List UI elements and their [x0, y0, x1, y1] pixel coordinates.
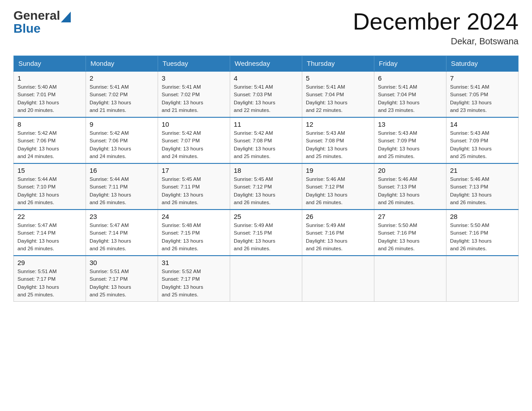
calendar-cell: 13Sunrise: 5:43 AMSunset: 7:09 PMDayligh…	[374, 117, 446, 163]
calendar-cell: 30Sunrise: 5:51 AMSunset: 7:17 PMDayligh…	[86, 256, 158, 302]
week-row-1: 1Sunrise: 5:40 AMSunset: 7:01 PMDaylight…	[14, 71, 519, 117]
calendar-cell: 10Sunrise: 5:42 AMSunset: 7:07 PMDayligh…	[158, 117, 230, 163]
day-number: 25	[234, 213, 298, 220]
column-header-sunday: Sunday	[14, 56, 86, 72]
day-info: Sunrise: 5:41 AMSunset: 7:04 PMDaylight:…	[378, 83, 442, 114]
calendar-cell: 24Sunrise: 5:48 AMSunset: 7:15 PMDayligh…	[158, 210, 230, 256]
calendar-cell: 16Sunrise: 5:44 AMSunset: 7:11 PMDayligh…	[86, 163, 158, 210]
day-number: 14	[450, 120, 515, 128]
day-number: 31	[162, 259, 226, 266]
week-row-2: 8Sunrise: 5:42 AMSunset: 7:06 PMDaylight…	[14, 117, 519, 163]
day-info: Sunrise: 5:45 AMSunset: 7:11 PMDaylight:…	[162, 176, 226, 206]
day-number: 5	[306, 74, 370, 82]
week-row-3: 15Sunrise: 5:44 AMSunset: 7:10 PMDayligh…	[14, 163, 519, 210]
week-row-4: 22Sunrise: 5:47 AMSunset: 7:14 PMDayligh…	[14, 210, 519, 256]
day-number: 4	[234, 74, 298, 82]
day-info: Sunrise: 5:41 AMSunset: 7:03 PMDaylight:…	[234, 83, 298, 114]
day-number: 24	[162, 213, 226, 220]
location-label: Dekar, Botswana	[353, 36, 519, 47]
calendar-cell: 7Sunrise: 5:41 AMSunset: 7:05 PMDaylight…	[446, 71, 519, 117]
day-number: 15	[17, 167, 82, 174]
calendar-cell: 3Sunrise: 5:41 AMSunset: 7:02 PMDaylight…	[158, 71, 230, 117]
calendar-cell: 18Sunrise: 5:45 AMSunset: 7:12 PMDayligh…	[230, 163, 302, 210]
day-info: Sunrise: 5:40 AMSunset: 7:01 PMDaylight:…	[17, 83, 82, 114]
column-header-monday: Monday	[86, 56, 158, 72]
calendar-cell: 9Sunrise: 5:42 AMSunset: 7:06 PMDaylight…	[86, 117, 158, 163]
title-section: December 2024 Dekar, Botswana	[353, 9, 519, 47]
day-info: Sunrise: 5:45 AMSunset: 7:12 PMDaylight:…	[234, 176, 298, 206]
calendar-cell: 5Sunrise: 5:41 AMSunset: 7:04 PMDaylight…	[302, 71, 374, 117]
day-info: Sunrise: 5:42 AMSunset: 7:07 PMDaylight:…	[162, 129, 226, 160]
day-number: 17	[162, 167, 226, 174]
day-number: 8	[17, 120, 82, 128]
day-info: Sunrise: 5:41 AMSunset: 7:02 PMDaylight:…	[162, 83, 226, 114]
calendar-cell: 19Sunrise: 5:46 AMSunset: 7:12 PMDayligh…	[302, 163, 374, 210]
calendar-cell: 31Sunrise: 5:52 AMSunset: 7:17 PMDayligh…	[158, 256, 230, 302]
calendar-cell: 4Sunrise: 5:41 AMSunset: 7:03 PMDaylight…	[230, 71, 302, 117]
day-info: Sunrise: 5:41 AMSunset: 7:04 PMDaylight:…	[306, 83, 370, 114]
calendar-cell: 27Sunrise: 5:50 AMSunset: 7:16 PMDayligh…	[374, 210, 446, 256]
day-number: 22	[17, 213, 82, 220]
day-info: Sunrise: 5:47 AMSunset: 7:14 PMDaylight:…	[17, 222, 82, 253]
day-info: Sunrise: 5:42 AMSunset: 7:06 PMDaylight:…	[90, 129, 154, 160]
day-info: Sunrise: 5:46 AMSunset: 7:12 PMDaylight:…	[306, 176, 370, 206]
day-number: 1	[17, 74, 82, 82]
calendar-cell: 26Sunrise: 5:49 AMSunset: 7:16 PMDayligh…	[302, 210, 374, 256]
calendar-cell: 20Sunrise: 5:46 AMSunset: 7:13 PMDayligh…	[374, 163, 446, 210]
column-header-thursday: Thursday	[302, 56, 374, 72]
day-info: Sunrise: 5:41 AMSunset: 7:02 PMDaylight:…	[90, 83, 154, 114]
day-info: Sunrise: 5:50 AMSunset: 7:16 PMDaylight:…	[450, 222, 515, 253]
day-number: 9	[90, 120, 154, 128]
column-header-wednesday: Wednesday	[230, 56, 302, 72]
day-number: 12	[306, 120, 370, 128]
day-info: Sunrise: 5:51 AMSunset: 7:17 PMDaylight:…	[17, 268, 82, 299]
column-header-friday: Friday	[374, 56, 446, 72]
day-info: Sunrise: 5:43 AMSunset: 7:09 PMDaylight:…	[378, 129, 442, 160]
day-info: Sunrise: 5:47 AMSunset: 7:14 PMDaylight:…	[90, 222, 154, 253]
calendar-cell	[446, 256, 519, 302]
column-header-tuesday: Tuesday	[158, 56, 230, 72]
day-info: Sunrise: 5:52 AMSunset: 7:17 PMDaylight:…	[162, 268, 226, 299]
day-number: 2	[90, 74, 154, 82]
week-row-5: 29Sunrise: 5:51 AMSunset: 7:17 PMDayligh…	[14, 256, 519, 302]
calendar-cell: 15Sunrise: 5:44 AMSunset: 7:10 PMDayligh…	[14, 163, 86, 210]
svg-marker-0	[61, 12, 71, 22]
day-number: 3	[162, 74, 226, 82]
day-number: 23	[90, 213, 154, 220]
calendar-cell: 29Sunrise: 5:51 AMSunset: 7:17 PMDayligh…	[14, 256, 86, 302]
day-number: 7	[450, 74, 515, 82]
calendar-cell: 2Sunrise: 5:41 AMSunset: 7:02 PMDaylight…	[86, 71, 158, 117]
day-info: Sunrise: 5:46 AMSunset: 7:13 PMDaylight:…	[450, 176, 515, 206]
calendar-cell: 25Sunrise: 5:49 AMSunset: 7:15 PMDayligh…	[230, 210, 302, 256]
day-info: Sunrise: 5:42 AMSunset: 7:08 PMDaylight:…	[234, 129, 298, 160]
day-number: 27	[378, 213, 442, 220]
day-number: 11	[234, 120, 298, 128]
day-info: Sunrise: 5:41 AMSunset: 7:05 PMDaylight:…	[450, 83, 515, 114]
calendar-cell: 23Sunrise: 5:47 AMSunset: 7:14 PMDayligh…	[86, 210, 158, 256]
day-info: Sunrise: 5:44 AMSunset: 7:11 PMDaylight:…	[90, 176, 154, 206]
day-number: 20	[378, 167, 442, 174]
day-info: Sunrise: 5:46 AMSunset: 7:13 PMDaylight:…	[378, 176, 442, 206]
day-info: Sunrise: 5:42 AMSunset: 7:06 PMDaylight:…	[17, 129, 82, 160]
page-header: General Blue December 2024 Dekar, Botswa…	[13, 9, 519, 47]
calendar-cell: 12Sunrise: 5:43 AMSunset: 7:08 PMDayligh…	[302, 117, 374, 163]
logo-triangle-icon	[61, 10, 71, 22]
day-number: 29	[17, 259, 82, 266]
day-number: 6	[378, 74, 442, 82]
calendar-header-row: SundayMondayTuesdayWednesdayThursdayFrid…	[14, 56, 519, 72]
calendar-cell: 17Sunrise: 5:45 AMSunset: 7:11 PMDayligh…	[158, 163, 230, 210]
month-title: December 2024	[353, 9, 519, 34]
day-info: Sunrise: 5:49 AMSunset: 7:15 PMDaylight:…	[234, 222, 298, 253]
day-number: 10	[162, 120, 226, 128]
calendar-cell: 1Sunrise: 5:40 AMSunset: 7:01 PMDaylight…	[14, 71, 86, 117]
logo-blue-text: Blue	[13, 22, 71, 35]
day-info: Sunrise: 5:51 AMSunset: 7:17 PMDaylight:…	[90, 268, 154, 299]
column-header-saturday: Saturday	[446, 56, 519, 72]
day-number: 26	[306, 213, 370, 220]
day-number: 13	[378, 120, 442, 128]
day-info: Sunrise: 5:44 AMSunset: 7:10 PMDaylight:…	[17, 176, 82, 206]
calendar-cell: 11Sunrise: 5:42 AMSunset: 7:08 PMDayligh…	[230, 117, 302, 163]
day-number: 19	[306, 167, 370, 174]
logo-general-text: General	[13, 9, 60, 22]
calendar-cell: 21Sunrise: 5:46 AMSunset: 7:13 PMDayligh…	[446, 163, 519, 210]
